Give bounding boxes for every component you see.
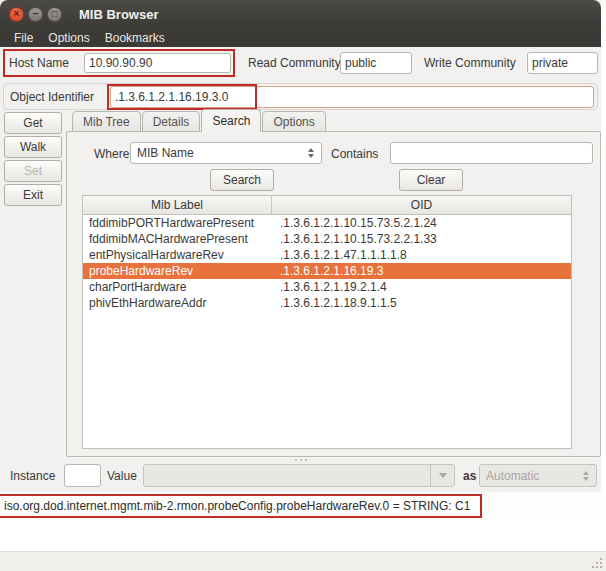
set-button[interactable]: Set [4,160,62,182]
contains-input[interactable] [390,142,593,164]
get-button[interactable]: Get [4,112,62,134]
instance-label: Instance [10,469,55,483]
read-community-label: Read Community [248,56,341,70]
tab-options[interactable]: Options [262,111,325,132]
menu-file[interactable]: File [8,31,39,45]
oid-label: Object Identifier [10,90,94,104]
table-row-selected[interactable]: probeHardwareRev .1.3.6.1.2.1.16.19.3 [83,263,571,279]
walk-button[interactable]: Walk [4,136,62,158]
tab-details[interactable]: Details [142,111,201,132]
tab-bar: Mib Tree Details Search Options [72,109,327,132]
table-row[interactable]: fddimibPORTHardwarePresent .1.3.6.1.2.1.… [83,215,571,231]
as-label: as [463,469,476,483]
exit-button[interactable]: Exit [4,184,62,206]
search-button[interactable]: Search [210,169,274,191]
hostname-label: Host Name [9,56,69,70]
value-label: Value [107,469,137,483]
value-combobox[interactable] [143,464,455,487]
column-header-oid[interactable]: OID [272,196,571,214]
screen: × – □ MIB Browser File Options Bookmarks… [0,0,606,571]
type-select[interactable]: Automatic [479,464,597,487]
table-row[interactable]: charPortHardware .1.3.6.1.2.1.19.2.1.4 [83,279,571,295]
results-table: Mib Label OID fddimibPORTHardwarePresent… [82,195,572,449]
chevron-down-icon[interactable] [430,465,454,486]
where-label: Where [94,147,129,161]
where-select-value: MIB Name [131,146,308,160]
window-title: MIB Browser [79,7,158,22]
minimize-icon[interactable]: – [28,7,43,22]
oid-input[interactable] [110,86,594,108]
menu-bookmarks[interactable]: Bookmarks [99,31,171,45]
close-icon[interactable]: × [9,7,24,22]
table-header: Mib Label OID [83,196,571,215]
write-community-label: Write Community [424,56,516,70]
tab-search[interactable]: Search [201,109,261,132]
where-select[interactable]: MIB Name [130,142,322,164]
table-row[interactable]: entPhysicalHardwareRev .1.3.6.1.2.1.47.1… [83,247,571,263]
clear-button[interactable]: Clear [399,169,463,191]
instance-input[interactable] [64,464,101,487]
table-row[interactable]: phivEthHardwareAddr .1.3.6.1.2.1.18.9.1.… [83,295,571,311]
tab-mib-tree[interactable]: Mib Tree [72,111,141,132]
spinner-icon [583,471,589,481]
spinner-icon [308,148,314,158]
menubar: File Options Bookmarks [0,28,601,47]
menu-options[interactable]: Options [42,31,95,45]
status-text: iso.org.dod.internet.mgmt.mib-2.rmon.pro… [4,499,470,513]
write-community-input[interactable] [527,52,598,74]
resize-grip-icon[interactable] [590,556,602,568]
column-header-mib-label[interactable]: Mib Label [83,196,272,214]
type-select-value: Automatic [480,469,583,483]
table-row[interactable]: fddimibMACHardwarePresent .1.3.6.1.2.1.1… [83,231,571,247]
read-community-input[interactable] [340,52,412,74]
contains-label: Contains [331,147,378,161]
titlebar: × – □ MIB Browser [0,0,601,28]
bottom-strip [0,551,606,571]
app-window: × – □ MIB Browser File Options Bookmarks… [0,0,601,519]
splitter-handle[interactable] [295,459,307,462]
hostname-input[interactable] [84,53,231,73]
maximize-icon[interactable]: □ [47,7,62,22]
